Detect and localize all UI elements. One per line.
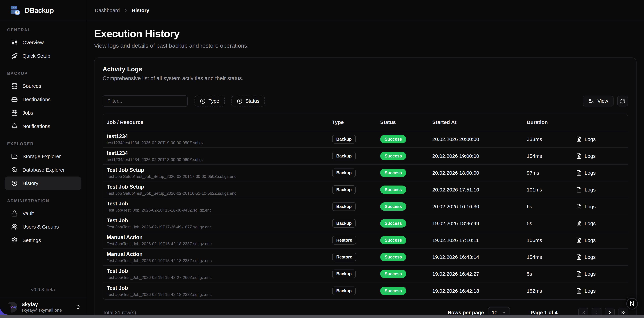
duration-value: 154ms bbox=[527, 254, 576, 260]
type-badge: Backup bbox=[332, 287, 356, 295]
database-search-icon bbox=[11, 167, 18, 173]
duration-value: 5s bbox=[527, 271, 576, 277]
logs-button[interactable]: Logs bbox=[576, 221, 596, 226]
logs-button[interactable]: Logs bbox=[576, 187, 596, 193]
bottom-scrollbar-strip[interactable] bbox=[0, 315, 644, 318]
file-text-icon bbox=[576, 288, 582, 294]
database-icon bbox=[11, 83, 18, 89]
chevrons-up-down-icon bbox=[76, 305, 81, 310]
sidebar-item-quick-setup[interactable]: Quick Setup bbox=[5, 49, 81, 63]
table-row[interactable]: Test Job Test Job/Test_Job_2026-02-19T15… bbox=[103, 283, 628, 299]
sidebar-item-jobs[interactable]: Jobs bbox=[5, 106, 81, 120]
sidebar-item-label: Storage Explorer bbox=[22, 154, 61, 159]
sliders-icon bbox=[588, 98, 594, 104]
table-row[interactable]: test1234 test1234/test1234_2026-02-20T18… bbox=[103, 148, 628, 165]
logs-button[interactable]: Logs bbox=[576, 237, 596, 243]
job-resource: Test Job/Test_Job_2026-02-19T15-42-18-23… bbox=[107, 258, 332, 263]
file-text-icon bbox=[576, 254, 582, 260]
breadcrumb-dashboard[interactable]: Dashboard bbox=[95, 7, 120, 13]
col-type: Type bbox=[332, 119, 380, 125]
job-name: test1234 bbox=[107, 133, 332, 140]
status-badge: Success bbox=[380, 270, 406, 278]
activity-table: Job / Resource Type Status Started At Du… bbox=[102, 114, 628, 300]
sidebar-section: GENERAL Overview Quick Setup bbox=[5, 26, 81, 63]
status-badge: Success bbox=[380, 169, 406, 177]
started-at-value: 20.02.2026 16:16:30 bbox=[432, 204, 527, 210]
filter-input[interactable] bbox=[102, 95, 188, 107]
sidebar-item-settings[interactable]: Settings bbox=[5, 234, 81, 247]
type-badge: Backup bbox=[332, 169, 356, 177]
sidebar-item-users-groups[interactable]: Users & Groups bbox=[5, 220, 81, 234]
col-status: Status bbox=[380, 119, 432, 125]
file-text-icon bbox=[576, 170, 582, 176]
table-row[interactable]: Test Job Test Job/Test_Job_2026-02-20T15… bbox=[103, 198, 628, 215]
sidebar-item-history[interactable]: History bbox=[5, 177, 81, 190]
duration-value: 333ms bbox=[527, 136, 576, 142]
status-badge: Success bbox=[380, 135, 406, 143]
calendar-clock-icon bbox=[11, 110, 18, 116]
duration-value: 106ms bbox=[527, 237, 576, 243]
view-button[interactable]: View bbox=[583, 96, 614, 106]
logs-button[interactable]: Logs bbox=[576, 153, 596, 159]
file-text-icon bbox=[576, 136, 582, 142]
sidebar-item-sources[interactable]: Sources bbox=[5, 79, 81, 93]
app-name: DBackup bbox=[25, 7, 54, 14]
job-resource: Test Job/Test_Job_2026-02-19T15-42-18-23… bbox=[107, 292, 332, 297]
page-subtitle: View logs and details of past backup and… bbox=[94, 42, 636, 49]
sidebar-item-database-explorer[interactable]: Database Explorer bbox=[5, 163, 81, 177]
table-row[interactable]: Manual Action Test Job/Test_Job_2026-02-… bbox=[103, 249, 628, 266]
dashboard-icon bbox=[11, 39, 18, 46]
table-row[interactable]: Manual Action Test Job/Test_Job_2026-02-… bbox=[103, 232, 628, 249]
table-row[interactable]: Test Job Test Job/Test_Job_2026-02-19T15… bbox=[103, 266, 628, 283]
breadcrumb: Dashboard History bbox=[86, 0, 644, 21]
plus-circle-icon bbox=[237, 98, 242, 104]
table-row[interactable]: test1234 test1234/test1234_2026-02-20T19… bbox=[103, 131, 628, 148]
job-name: Test Job bbox=[107, 217, 332, 224]
duration-value: 6s bbox=[527, 204, 576, 210]
refresh-button[interactable] bbox=[617, 96, 628, 106]
job-resource: test1234/test1234_2026-02-20T19-00-00-05… bbox=[107, 140, 332, 145]
table-row[interactable]: Test Job Test Job/Test_Job_2026-02-19T17… bbox=[103, 215, 628, 232]
started-at-value: 20.02.2026 18:00:00 bbox=[432, 170, 527, 176]
logs-button[interactable]: Logs bbox=[576, 204, 596, 210]
chevron-left-icon bbox=[594, 310, 599, 315]
table-row[interactable]: Test Job Setup Test Job Setup/Test_Job_S… bbox=[103, 181, 628, 198]
col-duration: Duration bbox=[527, 119, 576, 125]
type-filter-button[interactable]: Type bbox=[194, 96, 225, 106]
duration-value: 152ms bbox=[527, 288, 576, 294]
sidebar-item-overview[interactable]: Overview bbox=[5, 36, 81, 49]
sidebar-item-vault[interactable]: Vault bbox=[5, 207, 81, 220]
app-logo-icon bbox=[10, 5, 21, 16]
chevrons-right-icon bbox=[620, 310, 626, 315]
card-title: Activity Logs bbox=[102, 66, 628, 73]
table-row[interactable]: Test Job Setup Test Job Setup/Test_Job_S… bbox=[103, 165, 628, 181]
type-badge: Backup bbox=[332, 185, 356, 194]
sidebar-item-destinations[interactable]: Destinations bbox=[5, 93, 81, 106]
logs-button[interactable]: Logs bbox=[576, 170, 596, 176]
sidebar-item-storage-explorer[interactable]: Storage Explorer bbox=[5, 150, 81, 163]
chevrons-left-icon bbox=[581, 310, 586, 315]
job-name: Manual Action bbox=[107, 251, 332, 258]
history-icon bbox=[11, 180, 18, 187]
status-filter-button[interactable]: Status bbox=[232, 96, 265, 106]
sidebar-nav: GENERAL Overview Quick Setup BACKUP Sour… bbox=[0, 21, 86, 284]
status-badge: Success bbox=[380, 219, 406, 228]
sidebar-item-label: Quick Setup bbox=[22, 53, 50, 59]
app-version: v0.9.8-beta bbox=[0, 284, 86, 297]
type-badge: Backup bbox=[332, 202, 356, 211]
nextjs-dev-badge[interactable]: N bbox=[626, 298, 638, 310]
sidebar-section: ADMINISTRATION Vault Users & Groups Sett… bbox=[5, 197, 81, 247]
sidebar-item-notifications[interactable]: Notifications bbox=[5, 120, 81, 133]
logs-button[interactable]: Logs bbox=[576, 288, 596, 294]
logs-button[interactable]: Logs bbox=[576, 271, 596, 277]
sidebar-item-label: Vault bbox=[22, 211, 34, 216]
started-at-value: 20.02.2026 20:00:00 bbox=[432, 136, 527, 142]
sidebar-item-label: Jobs bbox=[22, 110, 33, 116]
job-resource: Test Job/Test_Job_2026-02-20T15-16-30-94… bbox=[107, 208, 332, 213]
type-badge: Restore bbox=[332, 236, 356, 245]
file-text-icon bbox=[576, 221, 582, 226]
logs-button[interactable]: Logs bbox=[576, 136, 596, 142]
sidebar-item-label: History bbox=[22, 180, 38, 186]
logs-button[interactable]: Logs bbox=[576, 254, 596, 260]
started-at-value: 19.02.2026 16:42:27 bbox=[432, 271, 527, 277]
